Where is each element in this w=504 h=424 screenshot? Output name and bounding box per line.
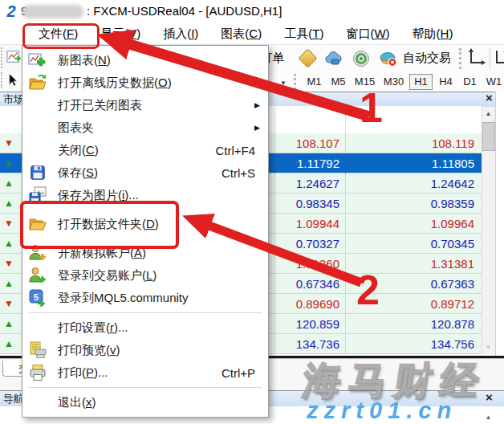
sell-price: 134.736 bbox=[274, 334, 345, 354]
menu-item-open-data-folder[interactable]: 打开数据文件夹(D) bbox=[22, 213, 268, 235]
menu-item-open-offline[interactable]: 打开离线历史数据(O) bbox=[22, 71, 268, 94]
cursor-arrow-icon[interactable] bbox=[6, 72, 18, 89]
sell-price: 0.67346 bbox=[274, 274, 345, 294]
menu-insert[interactable]: 插入(I) bbox=[152, 22, 209, 45]
chart-tool-icon[interactable] bbox=[6, 48, 21, 66]
menu-view[interactable]: 显示(V) bbox=[89, 22, 152, 45]
close-icon[interactable]: × bbox=[483, 92, 495, 104]
menu-item-close[interactable]: 关闭(C) Ctrl+F4 bbox=[22, 139, 268, 161]
column-divider bbox=[345, 106, 346, 133]
menu-item-open-demo-account[interactable]: 开新模拟帐户(A) bbox=[22, 242, 268, 264]
toolbar-grip[interactable] bbox=[459, 48, 464, 69]
menu-item-print-setup[interactable]: 打印设置(r)... bbox=[22, 316, 268, 339]
tf-m1-button[interactable]: M1 bbox=[303, 74, 325, 90]
mql5-icon: 5 bbox=[27, 288, 48, 308]
tf-m15-button[interactable]: M15 bbox=[352, 74, 378, 90]
menu-item-profiles[interactable]: 图表夹 ▶ bbox=[22, 116, 268, 139]
menu-item-save-as-picture[interactable]: 保存为图片(i)... bbox=[22, 184, 268, 206]
new-chart-icon bbox=[27, 51, 48, 70]
left-toolbar-fragment bbox=[0, 45, 22, 72]
open-offline-icon bbox=[27, 73, 48, 92]
sell-price: 0.89690 bbox=[274, 294, 345, 314]
scrollbar-thumb[interactable] bbox=[482, 122, 495, 151]
trend-up-icon: ▲ bbox=[4, 153, 14, 173]
shortcut-label: Ctrl+P bbox=[222, 366, 268, 380]
menu-charts[interactable]: 图表(C) bbox=[209, 22, 273, 45]
scroll-up-icon[interactable]: ▲ bbox=[482, 108, 494, 120]
toolbar-grip[interactable] bbox=[1, 72, 5, 88]
print-icon bbox=[27, 363, 48, 382]
trend-down-icon: ▼ bbox=[4, 133, 14, 153]
sell-price: 0.98345 bbox=[274, 194, 345, 214]
buy-price: 0.70345 bbox=[345, 234, 482, 254]
menu-file[interactable]: 文件(F) bbox=[27, 22, 89, 45]
buy-price: 0.67363 bbox=[345, 274, 482, 294]
buy-price: 1.09964 bbox=[345, 214, 482, 234]
trend-up-icon: ▲ bbox=[4, 334, 14, 354]
tf-h1-button[interactable]: H1 bbox=[409, 74, 433, 90]
sell-price: 1.31360 bbox=[274, 254, 345, 274]
buy-price: 108.119 bbox=[345, 133, 482, 153]
toolbar-grip[interactable] bbox=[1, 47, 5, 68]
menu-separator bbox=[29, 312, 262, 313]
trend-up-icon: ▲ bbox=[4, 194, 14, 214]
autoscroll-icon[interactable] bbox=[467, 47, 486, 67]
auto-trading-button[interactable]: 自动交易 bbox=[403, 51, 451, 66]
menu-item-exit[interactable]: 退出(x) bbox=[22, 391, 268, 414]
tf-h4-button[interactable]: H4 bbox=[435, 74, 457, 90]
sell-price: 120.859 bbox=[274, 314, 345, 334]
menu-item-login-trade-account[interactable]: 登录到交易账户(L) bbox=[22, 264, 268, 287]
shortcut-label: Ctrl+F4 bbox=[215, 144, 268, 157]
left-toolbar-row2 bbox=[0, 71, 22, 91]
save-icon bbox=[27, 163, 48, 182]
window-title: : FXCM-USDReal04 - [AUDUSD,H1] bbox=[87, 4, 282, 18]
tf-w1-button[interactable]: W1 bbox=[483, 74, 504, 90]
trend-up-icon: ▲ bbox=[4, 274, 14, 294]
mql5-community-cloud-icon[interactable] bbox=[324, 49, 343, 68]
buy-price: 1.24642 bbox=[345, 173, 482, 194]
menu-item-new-chart[interactable]: 新图表(N) bbox=[22, 49, 268, 71]
close-icon[interactable]: × bbox=[483, 392, 495, 404]
buy-price: 1.31381 bbox=[345, 254, 482, 274]
sell-price: 1.24627 bbox=[274, 173, 345, 194]
buy-price: 0.98359 bbox=[345, 194, 482, 214]
buy-price: 120.878 bbox=[345, 314, 482, 334]
menu-tools[interactable]: 工具(T) bbox=[273, 22, 335, 45]
login-account-icon bbox=[27, 266, 48, 285]
buy-price: 134.756 bbox=[345, 334, 482, 354]
toolbar-separator bbox=[490, 48, 490, 67]
timeframe-grip[interactable] bbox=[294, 74, 299, 90]
redacted-account-blur bbox=[22, 5, 83, 18]
menu-bar: 文件(F) 显示(V) 插入(I) 图表(C) 工具(T) 窗口(W) 帮助(H… bbox=[0, 22, 504, 45]
menu-item-print[interactable]: 打印(P)... Ctrl+P bbox=[22, 361, 268, 384]
file-menu-dropdown: 新图表(N) 打开离线历史数据(O) 打开已关闭图表 ▶ 图表夹 ▶ 关闭(C)… bbox=[22, 45, 269, 418]
mt4-window: 2 9 : FXCM-USDReal04 - [AUDUSD,H1] 文件(F)… bbox=[0, 0, 504, 424]
sell-price: 0.70327 bbox=[274, 234, 345, 254]
tf-m5-button[interactable]: M5 bbox=[327, 74, 349, 90]
svg-text:5: 5 bbox=[34, 292, 39, 302]
menu-window[interactable]: 窗口(W) bbox=[335, 22, 400, 45]
print-preview-icon bbox=[27, 340, 48, 360]
menu-separator bbox=[29, 387, 262, 388]
trend-up-icon: ▲ bbox=[4, 173, 14, 194]
tf-m30-button[interactable]: M30 bbox=[380, 74, 407, 90]
menu-item-open-closed-charts[interactable]: 打开已关闭图表 ▶ bbox=[22, 94, 268, 116]
dropdown-arrow-icon[interactable]: ▼ bbox=[280, 80, 287, 87]
scroll-up-icon[interactable]: ▲ bbox=[482, 411, 494, 423]
menu-item-login-mql5[interactable]: 5 登录到MQL5.community bbox=[22, 287, 268, 309]
menu-item-save[interactable]: 保存(S) Ctrl+S bbox=[22, 161, 268, 184]
menu-item-print-preview[interactable]: 打印预览(v) bbox=[22, 339, 268, 361]
trend-up-icon: ▲ bbox=[4, 314, 14, 334]
scroll-down-icon[interactable]: ▼ bbox=[482, 341, 494, 353]
trend-down-icon: ▼ bbox=[4, 214, 14, 234]
tf-d1-button[interactable]: D1 bbox=[459, 74, 481, 90]
auto-trading-icon[interactable] bbox=[379, 49, 398, 68]
title-bar: 2 9 : FXCM-USDReal04 - [AUDUSD,H1] bbox=[0, 0, 504, 22]
market-signals-icon[interactable] bbox=[352, 49, 371, 68]
sell-price: 1.09944 bbox=[274, 214, 345, 234]
menu-help[interactable]: 帮助(H) bbox=[401, 22, 465, 45]
trend-down-icon: ▼ bbox=[4, 294, 14, 314]
column-divider bbox=[274, 106, 275, 133]
chart-shift-icon[interactable] bbox=[494, 47, 504, 67]
save-picture-icon bbox=[27, 186, 48, 205]
